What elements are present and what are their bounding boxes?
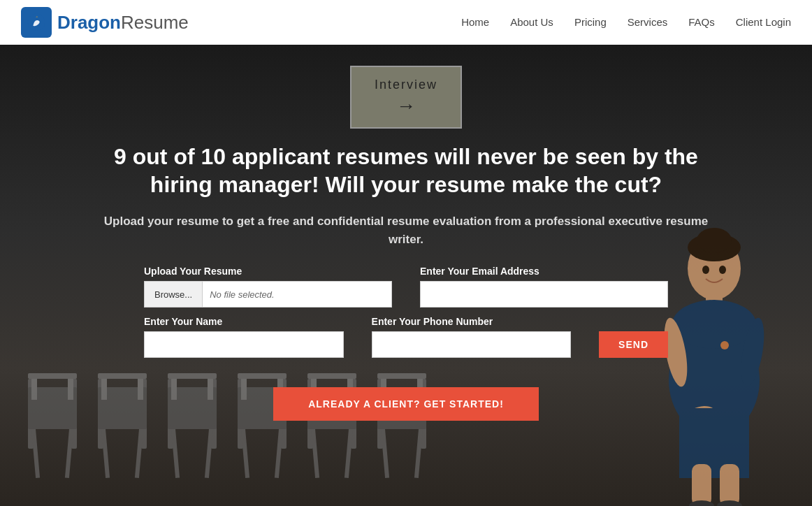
name-label: Enter Your Name: [144, 316, 344, 327]
interview-arrow: →: [396, 95, 416, 117]
svg-rect-59: [679, 408, 749, 478]
browse-button[interactable]: Browse...: [145, 282, 203, 307]
svg-rect-1: [28, 373, 77, 379]
nav-item-about[interactable]: About Us: [510, 16, 553, 29]
svg-rect-25: [238, 373, 287, 379]
form-row-bottom: Enter Your Name Enter Your Phone Number …: [144, 316, 668, 358]
interview-text: Interview: [375, 78, 437, 92]
file-input-wrapper[interactable]: Browse... No file selected.: [144, 281, 392, 308]
svg-rect-17: [168, 373, 217, 379]
svg-rect-24: [205, 429, 213, 478]
svg-rect-39: [311, 429, 319, 478]
phone-group: Enter Your Phone Number: [372, 316, 572, 358]
svg-rect-6: [68, 379, 73, 400]
name-input[interactable]: [144, 331, 344, 358]
svg-rect-61: [720, 464, 739, 506]
email-input[interactable]: [420, 281, 668, 308]
send-button[interactable]: SEND: [599, 331, 668, 358]
svg-rect-21: [171, 379, 177, 400]
logo-text: DragonResume: [57, 12, 189, 34]
svg-rect-13: [101, 379, 107, 400]
name-group: Enter Your Name: [144, 316, 344, 358]
svg-point-65: [719, 266, 726, 274]
svg-rect-40: [345, 429, 353, 478]
upload-group: Upload Your Resume Browse... No file sel…: [144, 266, 392, 308]
hero-subheadline: Upload your resume to get a free and con…: [92, 212, 720, 248]
svg-rect-5: [31, 379, 37, 400]
svg-rect-14: [138, 379, 143, 400]
logo-icon: [21, 7, 52, 38]
svg-rect-9: [98, 373, 147, 379]
email-group: Enter Your Email Address: [420, 266, 668, 308]
svg-rect-32: [275, 429, 283, 478]
svg-rect-22: [208, 379, 213, 400]
hero-section: Interview → 9 out of 10 applicant resume…: [0, 45, 812, 506]
svg-rect-8: [65, 429, 73, 478]
nav-item-pricing[interactable]: Pricing: [574, 16, 607, 29]
svg-point-66: [720, 341, 729, 349]
file-name-display: No file selected.: [203, 289, 282, 300]
hero-form: Upload Your Resume Browse... No file sel…: [144, 266, 668, 366]
svg-point-54: [672, 300, 756, 349]
svg-rect-31: [241, 429, 249, 478]
navbar: DragonResume Home About Us Pricing Servi…: [0, 0, 812, 45]
nav-links: Home About Us Pricing Services FAQs Clie…: [461, 16, 791, 29]
already-client-button[interactable]: ALREADY A CLIENT? GET STARTED!: [273, 387, 539, 421]
svg-point-64: [702, 266, 709, 274]
svg-rect-23: [171, 429, 180, 478]
phone-input[interactable]: [372, 331, 572, 358]
nav-item-faqs[interactable]: FAQs: [688, 16, 715, 29]
svg-rect-48: [414, 429, 423, 478]
interview-sign: Interview →: [350, 66, 462, 129]
svg-rect-29: [241, 379, 247, 400]
logo[interactable]: DragonResume: [21, 7, 189, 38]
upload-label: Upload Your Resume: [144, 266, 392, 277]
hero-content: 9 out of 10 applicant resumes will never…: [92, 143, 720, 266]
svg-rect-15: [101, 429, 110, 478]
phone-label: Enter Your Phone Number: [372, 316, 572, 327]
svg-rect-41: [377, 373, 426, 379]
svg-rect-33: [307, 373, 356, 379]
svg-rect-7: [31, 429, 40, 478]
hero-headline: 9 out of 10 applicant resumes will never…: [92, 143, 720, 198]
svg-rect-60: [692, 464, 711, 506]
nav-item-services[interactable]: Services: [628, 16, 668, 29]
form-row-top: Upload Your Resume Browse... No file sel…: [144, 266, 668, 308]
svg-rect-16: [135, 429, 143, 478]
nav-item-client-login[interactable]: Client Login: [736, 16, 791, 29]
nav-item-home[interactable]: Home: [461, 16, 489, 29]
email-label: Enter Your Email Address: [420, 266, 668, 277]
svg-rect-47: [381, 429, 389, 478]
